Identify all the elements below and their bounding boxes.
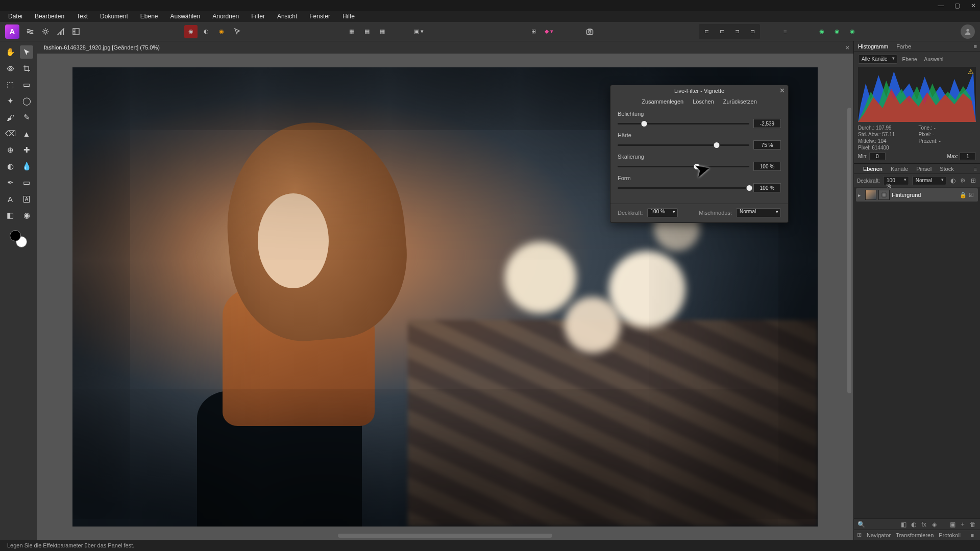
layer-search-icon[interactable]: 🔍 (857, 520, 865, 529)
layer-expand-icon[interactable]: ▸ (858, 192, 863, 198)
close-button[interactable]: ✕ (970, 2, 977, 9)
menu-dokument[interactable]: Dokument (94, 11, 134, 22)
visibility-checkbox[interactable]: ☑ (969, 192, 976, 198)
livefilter-icon[interactable]: ◈ (930, 520, 938, 529)
arrange-forward-icon[interactable]: ⊐ (730, 25, 744, 38)
menu-fenster[interactable]: Fenster (303, 11, 336, 22)
hardness-input[interactable] (753, 140, 781, 149)
align-left-icon[interactable]: ▦ (345, 25, 358, 38)
layer-more-icon[interactable]: ⊞ (970, 177, 977, 185)
snap-dropdown-icon[interactable]: ▣ ▾ (412, 25, 426, 38)
crop-tool-icon[interactable] (20, 62, 33, 75)
selection-mode-icon[interactable]: ◉ (184, 25, 198, 38)
shape-slider[interactable] (618, 187, 749, 189)
scale-slider[interactable] (618, 166, 749, 167)
arrange-back-icon[interactable]: ⊏ (700, 25, 713, 38)
hand-tool-icon[interactable]: ✋ (4, 45, 17, 59)
color-wheel-icon[interactable]: ◉ (215, 25, 228, 38)
menu-ebene[interactable]: Ebene (134, 11, 164, 22)
pen-tool-icon[interactable]: ✒ (4, 176, 17, 189)
menu-hilfe[interactable]: Hilfe (336, 11, 361, 22)
marquee-tool-icon[interactable]: ▭ (20, 78, 33, 91)
color-swatch[interactable] (10, 230, 27, 247)
tab-protokoll[interactable]: Protokoll (939, 532, 961, 538)
account-avatar-icon[interactable] (961, 24, 975, 39)
dialog-opacity-select[interactable]: 100 % (647, 208, 678, 217)
arrange-front-icon[interactable]: ⊐ (746, 25, 759, 38)
fx-icon[interactable]: fx (920, 520, 928, 529)
histogram-auswahl-button[interactable]: Auswahl (922, 57, 946, 62)
sync-cloud-icon[interactable]: ◉ (846, 25, 859, 38)
gradient-tool-icon[interactable]: ◧ (4, 209, 17, 222)
layer-fx-icon[interactable]: ◐ (949, 177, 957, 185)
group-icon[interactable]: ▣ (948, 520, 957, 529)
fill-tool-icon[interactable]: ▲ (20, 127, 33, 140)
bottom-panel-menu-icon[interactable]: ≡ (968, 532, 977, 538)
add-layer-icon[interactable]: ＋ (959, 520, 967, 529)
align-right-icon[interactable]: ▦ (376, 25, 389, 38)
align-panel-icon[interactable]: ≡ (778, 25, 792, 38)
dialog-close-icon[interactable]: ✕ (779, 87, 785, 94)
menu-filter[interactable]: Filter (245, 11, 271, 22)
max-input[interactable] (960, 153, 976, 160)
layers-menu-icon[interactable]: ≡ (971, 166, 980, 172)
shape-thumb[interactable] (747, 185, 752, 191)
crop-mode-icon[interactable]: ⊞ (527, 25, 540, 38)
tab-histogramm[interactable]: Histogramm (854, 43, 892, 49)
hardness-slider[interactable] (618, 144, 749, 146)
adjustment-icon[interactable]: ◐ (910, 520, 918, 529)
layer-opacity-select[interactable]: 100 % (883, 176, 909, 185)
shape-input[interactable] (753, 183, 781, 192)
document-close-icon[interactable]: × (845, 44, 849, 52)
exposure-thumb[interactable] (641, 121, 647, 127)
clone-tool-icon[interactable]: ⊕ (4, 143, 17, 157)
tab-stock[interactable]: Stock (936, 166, 958, 172)
persona-tone-icon[interactable] (54, 25, 67, 38)
text-frame-icon[interactable]: A (20, 192, 33, 206)
tab-pinsel[interactable]: Pinsel (912, 166, 936, 172)
layer-row-background[interactable]: ▸ Hintergrund 🔒 ☑ (856, 188, 978, 202)
menu-anordnen[interactable]: Anordnen (206, 11, 245, 22)
blur-tool-icon[interactable]: 💧 (20, 160, 33, 173)
dodge-tool-icon[interactable]: ◐ (4, 160, 17, 173)
tab-transformieren[interactable]: Transformieren (896, 532, 934, 538)
scale-thumb[interactable] (694, 164, 699, 169)
persona-export-icon[interactable] (69, 25, 83, 38)
arrange-backward-icon[interactable]: ⊏ (715, 25, 728, 38)
dialog-delete-button[interactable]: Löschen (693, 98, 714, 105)
panel-menu-icon[interactable]: ≡ (971, 43, 980, 49)
pencil-tool-icon[interactable]: ✎ (20, 111, 33, 124)
channel-select[interactable]: Alle Kanäle (858, 55, 897, 64)
quick-mask-icon[interactable]: ◐ (200, 25, 213, 38)
menu-text[interactable]: Text (70, 11, 94, 22)
menu-auswaehlen[interactable]: Auswählen (164, 11, 206, 22)
exposure-slider[interactable] (618, 123, 749, 124)
freehand-select-icon[interactable]: ◯ (20, 94, 33, 108)
flood-select-icon[interactable]: ✦ (4, 94, 17, 108)
tab-ebenen[interactable]: Ebenen (859, 166, 887, 172)
text-tool-icon[interactable]: A (4, 192, 17, 206)
selection-brush-icon[interactable]: ⬚ (4, 78, 17, 91)
lock-icon[interactable]: 🔒 (960, 192, 967, 198)
layer-blend-select[interactable]: Normal (912, 176, 946, 185)
shape-tool-icon[interactable]: ▭ (20, 176, 33, 189)
autoselect-icon[interactable] (230, 25, 243, 38)
histogram-ebene-button[interactable]: Ebene (900, 57, 919, 62)
dialog-titlebar[interactable]: Live-Filter - Vignette ✕ (610, 85, 788, 96)
align-center-icon[interactable]: ▦ (360, 25, 374, 38)
move-tool-icon[interactable] (20, 45, 33, 59)
delete-layer-icon[interactable]: 🗑 (969, 520, 977, 529)
menu-ansicht[interactable]: Ansicht (271, 11, 303, 22)
menu-bearbeiten[interactable]: Bearbeiten (29, 11, 70, 22)
tab-kanaele[interactable]: Kanäle (887, 166, 912, 172)
sync-update-icon[interactable]: ◉ (830, 25, 844, 38)
color-picker-icon[interactable]: ◉ (20, 209, 33, 222)
view-camera-icon[interactable] (584, 25, 597, 38)
horizontal-scrollbar[interactable] (338, 534, 552, 538)
tab-farbe[interactable]: Farbe (892, 43, 915, 49)
mask-icon[interactable]: ◧ (899, 520, 908, 529)
persona-develop-icon[interactable] (39, 25, 52, 38)
paint-brush-icon[interactable]: 🖌 (4, 111, 17, 124)
menu-datei[interactable]: Datei (2, 11, 29, 22)
layer-gear-icon[interactable]: ⚙ (960, 177, 967, 185)
